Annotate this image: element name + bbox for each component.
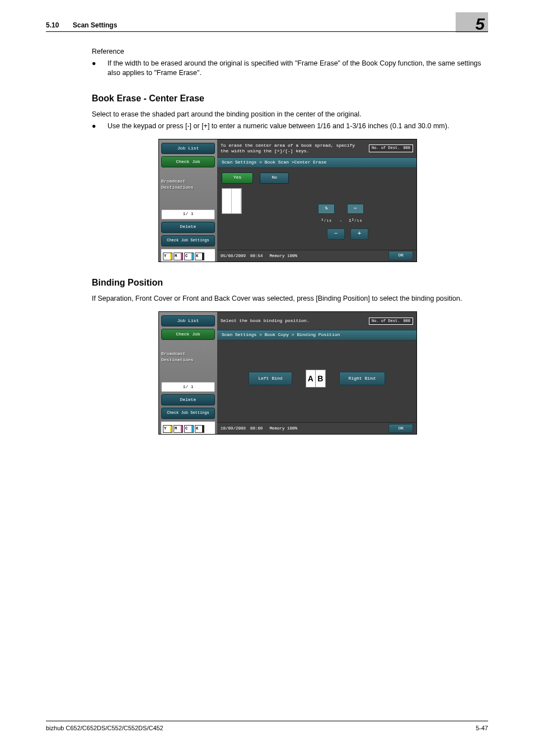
page-indicator: 1/ 1 [161,209,215,220]
reference-text: If the width to be erased around the ori… [107,59,484,78]
breadcrumb: Scan Settings > Book Copy > Binding Posi… [217,330,416,340]
check-job-settings-button[interactable]: Check Job Settings [161,235,215,246]
header-section-title: Scan Settings [73,21,117,29]
footer-product: bizhub C652/C652DS/C552/C552DS/C452 [46,725,163,731]
value-current: ⅜ [318,204,335,214]
book-erase-bullet: Use the keypad or press [-] or [+] to en… [107,122,484,131]
bullet-icon: ● [92,122,107,131]
instruction-text: Select the book binding position. [221,318,366,324]
broadcast-label: Broadcast Destinations [161,179,215,191]
delete-button[interactable]: Delete [161,394,215,405]
job-list-button[interactable]: Job List [161,315,215,326]
check-job-button[interactable]: Check Job [161,156,215,167]
ok-button[interactable]: OK [388,424,413,433]
bullet-icon: ● [92,59,107,78]
footer-page: 5-47 [476,725,488,731]
dash: - [337,216,345,226]
header-section-number: 5.10 [46,21,59,29]
unit-toggle[interactable]: ⇔ [347,204,364,214]
center-erase-panel: Job List Check Job Broadcast Destination… [158,139,417,262]
status-date: 05/08/2009 [221,253,246,259]
breadcrumb: Scan Settings > Book Scan >Center Erase [217,157,416,168]
no-button[interactable]: No [260,172,289,184]
header-rule [46,31,488,32]
page-indicator: 1/ 1 [161,382,215,392]
dest-count: No. of Dest.000 [369,318,413,325]
toner-levels: Y M C K [161,249,215,262]
preview-icon [222,188,242,214]
dest-count: No. of Dest.000 [369,144,413,152]
job-list-button[interactable]: Job List [161,143,215,154]
book-erase-heading: Book Erase - Center Erase [92,92,484,105]
reference-label: Reference [92,47,484,57]
binding-intro: If Separation, Front Cover or Front and … [92,294,484,304]
instruction-text: To erase the center area of a book sprea… [221,143,366,153]
minus-button[interactable]: − [327,228,345,240]
check-job-settings-button[interactable]: Check Job Settings [161,408,215,419]
delete-button[interactable]: Delete [161,222,215,233]
value-min: ¹⁄₁₆ [318,216,335,226]
status-time: 00:54 [250,253,263,259]
value-max: 1³⁄₁₆ [347,216,364,226]
status-date: 10/09/2008 [221,426,246,431]
left-bind-button[interactable]: Left Bind [249,372,292,385]
toner-levels: Y M C K [161,421,215,434]
chapter-badge: 5 [456,12,488,32]
value-grid: ⅜ ⇔ ¹⁄₁₆ - 1³⁄₁₆ [318,204,364,226]
check-job-button[interactable]: Check Job [161,329,215,340]
yes-button[interactable]: Yes [222,172,253,184]
status-time: 00:09 [250,426,263,431]
book-erase-intro: Select to erase the shaded part around t… [92,110,484,119]
ok-button[interactable]: OK [388,251,413,260]
plus-button[interactable]: + [350,228,368,240]
right-bind-button[interactable]: Right Bind [339,372,385,385]
binding-heading: Binding Position [92,277,484,289]
binding-icon: A B [306,370,326,388]
binding-position-panel: Job List Check Job Broadcast Destination… [158,311,417,435]
broadcast-label: Broadcast Destinations [161,351,215,363]
